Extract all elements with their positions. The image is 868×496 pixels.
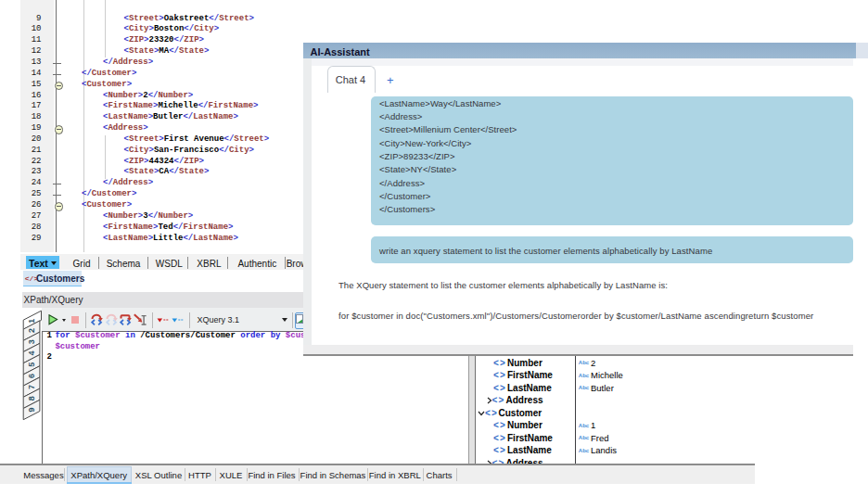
svg-text:2: 2: [27, 328, 36, 333]
svg-text:3: 3: [27, 339, 36, 344]
svg-text:5: 5: [27, 362, 36, 367]
svg-text:8: 8: [27, 396, 36, 401]
svg-text:9: 9: [27, 407, 36, 412]
svg-text:4: 4: [27, 350, 36, 355]
svg-text:1: 1: [27, 319, 36, 324]
svg-text:7: 7: [27, 385, 36, 389]
svg-text:6: 6: [27, 374, 36, 378]
